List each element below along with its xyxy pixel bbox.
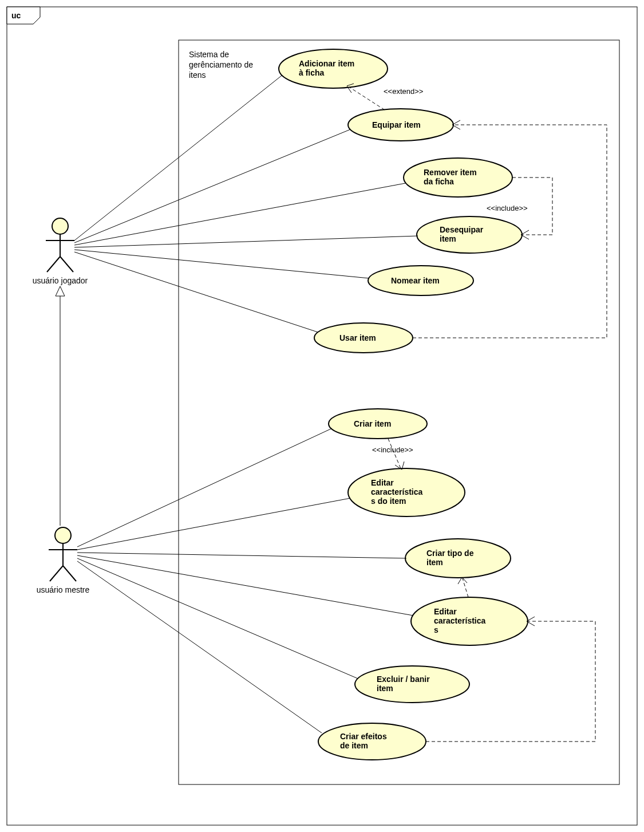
uc-delete-ban: Excluir / baniritem [355, 666, 469, 703]
uc-unequip-item: Desequiparitem [417, 216, 522, 253]
label-include-1: <<include>> [487, 204, 528, 212]
svg-point-18 [417, 216, 522, 253]
svg-point-0 [52, 218, 68, 234]
frame-border [7, 7, 637, 825]
svg-text:Equipar item: Equipar item [372, 120, 421, 129]
svg-point-32 [355, 666, 469, 703]
svg-point-34 [318, 723, 426, 760]
uc-create-item: Criar item [329, 409, 427, 439]
uc-add-item: Adicionar itemà ficha [279, 49, 388, 88]
svg-text:usuário mestre: usuário mestre [37, 585, 90, 594]
uc-create-item-type: Criar tipo deitem [405, 539, 511, 578]
svg-text:usuário jogador: usuário jogador [33, 276, 88, 285]
svg-point-16 [404, 158, 512, 197]
uc-create-effects: Criar efeitosde item [318, 723, 426, 760]
uc-name-item: Nomear item [368, 266, 473, 295]
svg-point-28 [405, 539, 511, 578]
svg-text:Nomear item: Nomear item [391, 276, 440, 285]
svg-point-6 [55, 527, 71, 543]
uc-use-item: Usar item [314, 323, 413, 353]
uc-edit-item-char: Editarcaracterísticas do item [348, 468, 465, 516]
uc-edit-char: Editarcaracterísticas [411, 597, 528, 645]
uc-remove-item: Remover itemda ficha [404, 158, 512, 197]
uc-equip-item: Equipar item [348, 109, 453, 141]
label-extend: <<extend>> [384, 87, 423, 96]
svg-text:Criar item: Criar item [354, 419, 391, 428]
svg-point-12 [279, 49, 388, 88]
frame-label: uc [11, 11, 21, 20]
use-case-diagram: uc Sistema de gerênciamento de itens usu… [0, 0, 644, 832]
svg-text:Usar item: Usar item [339, 333, 376, 342]
label-include-2: <<include>> [372, 445, 413, 454]
